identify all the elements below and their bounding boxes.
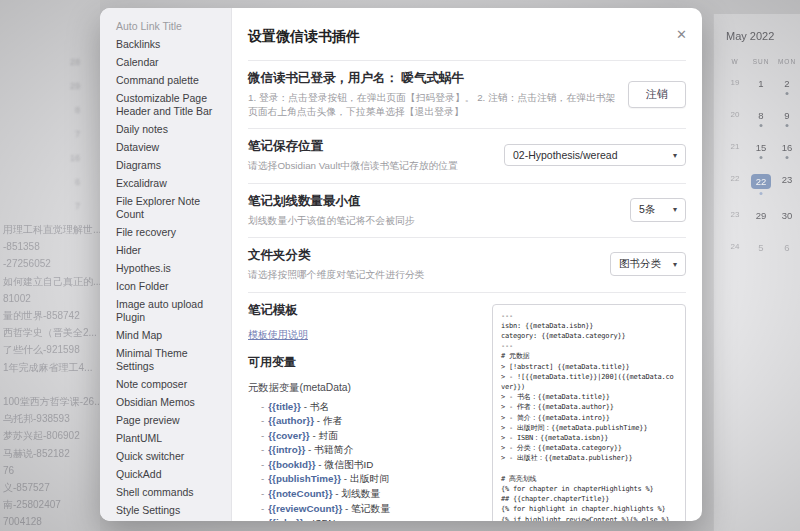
calendar-day: 5 bbox=[748, 239, 774, 261]
calendar-week-number: 20 bbox=[722, 107, 748, 119]
sidebar-item[interactable]: Auto Link Title bbox=[108, 18, 225, 35]
backdrop-file-list: 用理工科直觉理解世...-851358-27256052如何建立自己真正的...… bbox=[3, 221, 100, 531]
logout-button[interactable]: 注销 bbox=[628, 81, 686, 108]
min-highlight-count-row: 笔记划线数量最小值 划线数量小于该值的笔记将不会被同步 5条 ▾ bbox=[248, 184, 686, 239]
sidebar-item[interactable]: Tasks bbox=[108, 520, 225, 521]
variable-item: -{{author}} - 作者 bbox=[248, 414, 482, 429]
sidebar-item[interactable]: PlantUML bbox=[108, 430, 225, 447]
backdrop-file-item: 梦苏兴起-806902 bbox=[3, 427, 100, 444]
calendar-weekday-headers: WSUNMON bbox=[722, 58, 800, 65]
backdrop-week-number: 7 bbox=[58, 194, 80, 218]
sidebar-item[interactable]: Hider bbox=[108, 242, 225, 259]
variable-token: {{cover}} bbox=[268, 430, 309, 441]
backdrop-app-sidebar: 2829871667 用理工科直觉理解世...-851358-27256052如… bbox=[0, 0, 100, 531]
calendar-day: 9 bbox=[774, 107, 800, 129]
calendar-week-row: 2456 bbox=[722, 239, 800, 261]
backdrop-week-number: 8 bbox=[58, 98, 80, 122]
calendar-week-row: 211516 bbox=[722, 139, 800, 161]
dropdown-value: 5条 bbox=[639, 203, 655, 217]
sidebar-item[interactable]: Customizable Page Header and Title Bar bbox=[108, 90, 225, 120]
dropdown-value: 图书分类 bbox=[619, 257, 661, 271]
calendar-day-number: 5 bbox=[758, 242, 763, 253]
variables-list: 元数据变量(metaData)-{{title}} - 书名-{{author}… bbox=[248, 381, 482, 522]
bullet-glyph: - bbox=[261, 503, 264, 514]
sidebar-item[interactable]: Command palette bbox=[108, 72, 225, 89]
variable-item: -{{reviewCount}} - 笔记数量 bbox=[248, 502, 482, 517]
setting-name: 文件夹分类 bbox=[248, 247, 424, 264]
calendar-day: 6 bbox=[774, 239, 800, 261]
calendar-week-row: 222223 bbox=[722, 171, 800, 197]
calendar-note-dot bbox=[786, 92, 789, 95]
close-icon[interactable]: ✕ bbox=[676, 28, 687, 41]
variables-title: 可用变量 bbox=[248, 354, 482, 371]
backdrop-file-item bbox=[3, 376, 100, 393]
calendar-day-number: 9 bbox=[784, 110, 789, 121]
bullet-glyph: - bbox=[261, 430, 264, 441]
sidebar-item[interactable]: Style Settings bbox=[108, 502, 225, 519]
sidebar-item[interactable]: Note composer bbox=[108, 376, 225, 393]
variable-token: {{reviewCount}} bbox=[268, 503, 342, 514]
folder-category-dropdown[interactable]: 图书分类 ▾ bbox=[610, 252, 686, 276]
settings-content: ✕ 设置微信读书插件 微信读书已登录，用户名： 嗳气式蜗牛 1. 登录：点击登录… bbox=[232, 8, 702, 521]
chevron-down-icon: ▾ bbox=[673, 205, 677, 214]
calendar-note-dot bbox=[786, 156, 789, 159]
variable-item: -{{title}} - 书名 bbox=[248, 400, 482, 415]
sidebar-item[interactable]: Hypothes.is bbox=[108, 260, 225, 277]
calendar-col-header: SUN bbox=[748, 58, 774, 65]
backdrop-file-item: -851358 bbox=[3, 238, 100, 255]
chevron-down-icon: ▾ bbox=[673, 151, 677, 160]
bullet-glyph: - bbox=[261, 415, 264, 426]
plugin-settings-sidebar: Auto Link TitleBacklinksCalendarCommand … bbox=[100, 8, 232, 521]
min-highlight-count-dropdown[interactable]: 5条 ▾ bbox=[630, 198, 686, 222]
sidebar-item[interactable]: Shell commands bbox=[108, 484, 225, 501]
sidebar-item[interactable]: File recovery bbox=[108, 224, 225, 241]
sidebar-item[interactable]: Excalidraw bbox=[108, 175, 225, 192]
variable-item: -{{publishTime}} - 出版时间 bbox=[248, 472, 482, 487]
login-instructions: 1. 登录：点击登录按钮，在弹出页面【扫码登录】。 2. 注销：点击注销，在弹出… bbox=[248, 91, 616, 118]
setting-name: 笔记保存位置 bbox=[248, 138, 458, 155]
template-editor[interactable]: --- isbn: {{metaData.isbn}} category: {{… bbox=[492, 304, 686, 522]
sidebar-item[interactable]: File Explorer Note Count bbox=[108, 193, 225, 223]
login-setting-row: 微信读书已登录，用户名： 嗳气式蜗牛 1. 登录：点击登录按钮，在弹出页面【扫码… bbox=[248, 61, 686, 129]
backdrop-file-item: 用理工科直觉理解世... bbox=[3, 221, 100, 238]
calendar-day: 16 bbox=[774, 139, 800, 161]
sidebar-item[interactable]: Dataview bbox=[108, 139, 225, 156]
sidebar-item[interactable]: Calendar bbox=[108, 54, 225, 71]
sidebar-item[interactable]: Daily notes bbox=[108, 121, 225, 138]
sidebar-item[interactable]: Quick switcher bbox=[108, 448, 225, 465]
backdrop-calendar-panel: May 2022 WSUNMON 19122089211516222223232… bbox=[713, 14, 800, 531]
sidebar-item[interactable]: Diagrams bbox=[108, 157, 225, 174]
sidebar-item[interactable]: QuickAdd bbox=[108, 466, 225, 483]
backdrop-file-item: 7004128 bbox=[3, 513, 100, 530]
variable-token: {{intro}} bbox=[268, 444, 305, 455]
screen: 2829871667 用理工科直觉理解世...-851358-27256052如… bbox=[0, 0, 800, 531]
calendar-day: 30 bbox=[774, 207, 800, 229]
template-section-title: 笔记模板 bbox=[248, 302, 482, 319]
backdrop-file-item: 西哲学史（晋美全2... bbox=[3, 324, 100, 341]
calendar-note-dot bbox=[760, 124, 763, 127]
variable-item: -{{bookId}} - 微信图书ID bbox=[248, 458, 482, 473]
sidebar-item[interactable]: Icon Folder bbox=[108, 278, 225, 295]
sidebar-item[interactable]: Obsidian Memos bbox=[108, 394, 225, 411]
sidebar-item[interactable]: Mind Map bbox=[108, 327, 225, 344]
template-help-link[interactable]: 模板使用说明 bbox=[248, 328, 308, 342]
bullet-glyph: - bbox=[261, 459, 264, 470]
sidebar-item[interactable]: Page preview bbox=[108, 412, 225, 429]
backdrop-file-item: 76 bbox=[3, 462, 100, 479]
calendar-day-number: 6 bbox=[784, 242, 789, 253]
backdrop-file-item: 81002 bbox=[3, 290, 100, 307]
calendar-week-number: 19 bbox=[722, 75, 748, 87]
calendar-day-number: 15 bbox=[756, 142, 767, 153]
variable-group-label: 元数据变量(metaData) bbox=[248, 381, 482, 395]
calendar-day-number: 29 bbox=[756, 210, 767, 221]
note-location-dropdown[interactable]: 02-Hypothesis/weread ▾ bbox=[504, 144, 686, 166]
login-status-text: 微信读书已登录，用户名： 嗳气式蜗牛 bbox=[248, 70, 616, 87]
variable-item: -{{intro}} - 书籍简介 bbox=[248, 443, 482, 458]
sidebar-item[interactable]: Image auto upload Plugin bbox=[108, 296, 225, 326]
sidebar-item[interactable]: Minimal Theme Settings bbox=[108, 345, 225, 375]
calendar-note-dot bbox=[760, 156, 763, 159]
variable-token: {{title}} bbox=[268, 401, 301, 412]
bullet-glyph: - bbox=[261, 473, 264, 484]
sidebar-item[interactable]: Backlinks bbox=[108, 36, 225, 53]
variable-item: -{{noteCount}} - 划线数量 bbox=[248, 487, 482, 502]
